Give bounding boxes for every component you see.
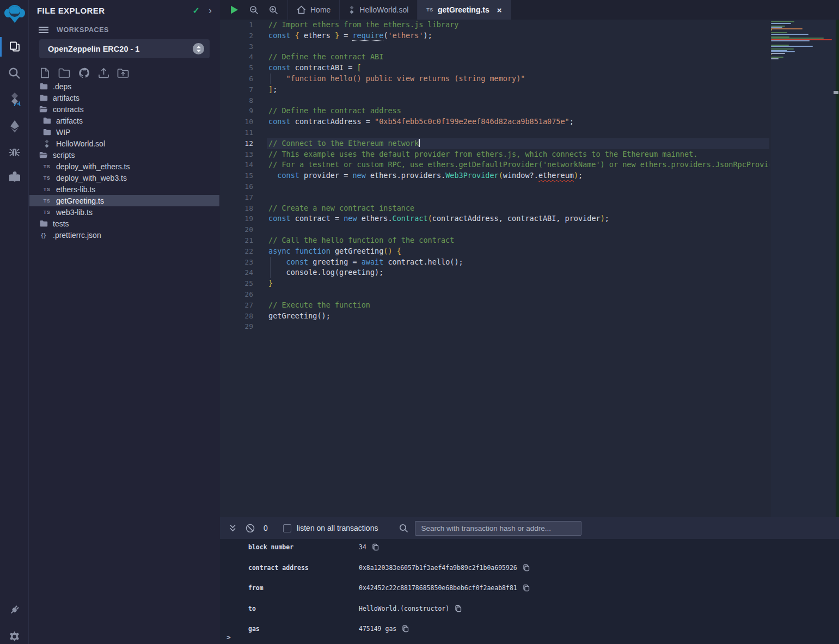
close-tab-icon[interactable]: × <box>497 5 502 15</box>
run-script-button[interactable] <box>229 4 240 15</box>
check-icon[interactable]: ✓ <box>193 5 200 16</box>
debugger-icon[interactable] <box>0 140 29 164</box>
clear-console-icon[interactable] <box>244 522 256 534</box>
remix-logo-icon[interactable] <box>0 2 29 26</box>
tree-item-getgreeting-ts[interactable]: TSgetGreeting.ts <box>29 195 219 206</box>
copy-icon[interactable] <box>523 584 530 592</box>
code-line-21: // Call the hello function of the contra… <box>267 235 769 246</box>
tab-helloworld-sol[interactable]: HelloWorld.sol <box>340 0 418 20</box>
code-line-13: // This example uses the default provide… <box>267 149 769 160</box>
code-line-29 <box>267 321 769 332</box>
upload-file-icon[interactable] <box>97 66 110 79</box>
main-area: HomeHelloWorld.solTSgetGreeting.ts× 1234… <box>220 0 839 644</box>
editor-scrollbar-thumb[interactable] <box>834 91 838 94</box>
code-line-7: ]; <box>267 84 769 95</box>
tree-item-deploy-with-web3-ts[interactable]: TSdeploy_with_web3.ts <box>29 172 219 183</box>
line-number: 11 <box>220 127 267 138</box>
tree-item-label: ethers-lib.ts <box>56 185 95 194</box>
tab-getgreeting-ts[interactable]: TSgetGreeting.ts× <box>418 0 511 20</box>
hamburger-menu-icon[interactable] <box>37 23 50 36</box>
typescript-file-icon: TS <box>42 198 51 204</box>
tree-item-web3-lib-ts[interactable]: TSweb3-lib.ts <box>29 206 219 218</box>
line-number: 2 <box>220 30 267 41</box>
new-file-icon[interactable] <box>38 66 51 79</box>
code-line-15: const provider = new ethers.providers.We… <box>267 170 769 181</box>
terminal-prompt[interactable]: > <box>226 633 231 641</box>
code-line-25: } <box>267 278 769 289</box>
collapse-terminal-icon[interactable] <box>226 522 238 534</box>
explorer-toolbar <box>38 66 130 79</box>
line-number: 22 <box>220 246 267 257</box>
file-explorer-icon[interactable] <box>0 35 29 59</box>
search-icon[interactable] <box>0 61 29 85</box>
settings-icon[interactable] <box>0 624 29 644</box>
listen-all-transactions-checkbox[interactable] <box>283 524 291 532</box>
file-tree: .depsartifactscontractsartifactsWIPHello… <box>29 81 219 241</box>
typescript-file-icon: TS <box>426 7 433 13</box>
tree-item--deps[interactable]: .deps <box>29 81 219 92</box>
tx-detail-key: to <box>248 605 359 612</box>
tree-item-artifacts[interactable]: artifacts <box>29 92 219 103</box>
workspaces-label: WORKSPACES <box>57 26 109 34</box>
tree-item-scripts[interactable]: scripts <box>29 149 219 161</box>
folder-icon <box>39 83 48 90</box>
zoom-out-icon[interactable] <box>248 4 259 15</box>
listen-all-transactions-label: listen on all transactions <box>297 524 378 532</box>
learneth-icon[interactable] <box>0 165 29 189</box>
line-number: 1 <box>220 20 267 30</box>
tree-item-ethers-lib-ts[interactable]: TSethers-lib.ts <box>29 183 219 195</box>
tree-item-deploy-with-ethers-ts[interactable]: TSdeploy_with_ethers.ts <box>29 161 219 172</box>
code-line-10: const contractAddress = "0xb54febb5c0c0f… <box>267 116 769 127</box>
terminal-log: block number34contract address0x8a120383… <box>220 539 839 644</box>
copy-icon[interactable] <box>455 605 462 612</box>
tree-item-contracts[interactable]: contracts <box>29 103 219 115</box>
plugin-manager-icon[interactable] <box>0 598 29 622</box>
code-line-28: getGreeting(); <box>267 311 769 322</box>
copy-icon[interactable] <box>523 564 530 572</box>
tree-item-label: deploy_with_ethers.ts <box>56 162 130 171</box>
solidity-compiler-icon[interactable] <box>0 87 29 111</box>
tx-detail-row-block-number: block number34 <box>220 543 839 564</box>
typescript-file-icon: TS <box>42 210 51 215</box>
workspace-name: OpenZeppelin ERC20 - 1 <box>48 45 193 53</box>
tree-item-label: contracts <box>53 105 84 114</box>
tree-item-tests[interactable]: tests <box>29 218 219 229</box>
chevron-right-icon[interactable]: › <box>209 5 212 16</box>
copy-icon[interactable] <box>402 625 409 633</box>
workspace-select[interactable]: OpenZeppelin ERC20 - 1 <box>39 39 210 58</box>
tree-item-wip[interactable]: WIP <box>29 126 219 138</box>
code-line-16 <box>267 181 769 192</box>
publish-gist-icon[interactable] <box>77 66 90 79</box>
json-file-icon: {} <box>39 232 48 238</box>
tab-home[interactable]: Home <box>287 0 340 20</box>
transaction-count: 0 <box>264 524 271 532</box>
line-number: 27 <box>220 300 267 311</box>
code-line-8 <box>267 95 769 106</box>
tab-bar: HomeHelloWorld.solTSgetGreeting.ts× <box>220 0 839 20</box>
code-line-19: const contract = new ethers.Contract(con… <box>267 213 769 224</box>
activity-bar <box>0 0 29 644</box>
minimap-line <box>771 32 787 33</box>
zoom-in-icon[interactable] <box>268 4 279 15</box>
upload-folder-icon[interactable] <box>117 66 130 79</box>
minimap-line <box>771 21 794 22</box>
deploy-run-icon[interactable] <box>0 114 29 138</box>
minimap-line <box>771 46 813 47</box>
code-editor[interactable]: 1234567891011121314151617181920212223242… <box>220 20 839 517</box>
copy-icon[interactable] <box>372 543 379 551</box>
terminal-search-input[interactable] <box>415 521 581 536</box>
new-folder-icon[interactable] <box>58 66 71 79</box>
tree-item-label: tests <box>53 219 69 228</box>
tree-item-artifacts[interactable]: artifacts <box>29 115 219 126</box>
tree-item-label: scripts <box>53 151 75 160</box>
tx-detail-value: 0x8a120383e6057b1f3aef4fa9b89c2f1b0a6959… <box>359 564 517 572</box>
minimap[interactable] <box>771 20 835 517</box>
terminal-search-icon <box>397 522 409 534</box>
tree-item-helloworld-sol[interactable]: HelloWorld.sol <box>29 138 219 149</box>
tree-item--prettierrc-json[interactable]: {}.prettierrc.json <box>29 229 219 241</box>
line-number: 14 <box>220 160 267 170</box>
code-line-11 <box>267 127 769 138</box>
code-line-18: // Create a new contract instance <box>267 203 769 214</box>
code-line-20 <box>267 224 769 235</box>
tree-item-label: HelloWorld.sol <box>56 139 105 148</box>
